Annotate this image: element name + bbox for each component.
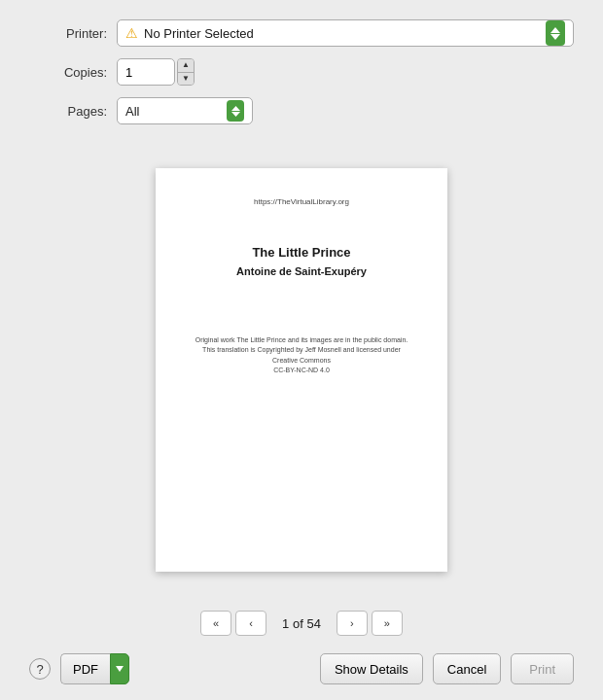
- copies-down-button[interactable]: ▼: [178, 73, 194, 86]
- pages-row: Pages: All: [29, 97, 574, 124]
- help-button[interactable]: ?: [29, 658, 51, 680]
- copyright-line3: CC-BY-NC-ND 4.0: [273, 367, 330, 373]
- cancel-button[interactable]: Cancel: [433, 653, 501, 684]
- next-page-button[interactable]: ›: [337, 611, 368, 636]
- printer-select-content: ⚠ No Printer Selected: [125, 25, 546, 41]
- first-page-button[interactable]: «: [200, 611, 231, 636]
- copies-up-button[interactable]: ▲: [178, 59, 194, 72]
- copies-label: Copies:: [29, 65, 107, 80]
- prev-page-button[interactable]: ‹: [235, 611, 266, 636]
- svg-marker-4: [116, 666, 124, 672]
- preview-author: Antoine de Saint-Exupéry: [236, 265, 367, 277]
- preview-title: The Little Prince: [252, 245, 350, 260]
- bottom-left: ? PDF: [29, 653, 129, 684]
- chevron-up-icon: [550, 27, 560, 33]
- pdf-chevron-down-icon: [116, 666, 124, 672]
- preview-copyright: Original work The Little Prince and its …: [195, 335, 408, 376]
- pages-chevron-up-icon: [231, 106, 240, 111]
- pdf-button-group: PDF: [60, 653, 129, 684]
- printer-row: Printer: ⚠ No Printer Selected: [29, 19, 574, 47]
- preview-url: https://TheVirtualLibrary.org: [254, 197, 349, 206]
- pages-label: Pages:: [29, 104, 107, 119]
- last-page-button[interactable]: »: [372, 611, 403, 636]
- svg-marker-1: [550, 34, 560, 40]
- preview-container: https://TheVirtualLibrary.org The Little…: [29, 136, 574, 611]
- pages-select[interactable]: All: [117, 97, 253, 124]
- printer-name: No Printer Selected: [144, 26, 254, 41]
- copyright-line2: This translation is Copyrighted by Jeff …: [202, 346, 401, 364]
- show-details-button[interactable]: Show Details: [320, 653, 423, 684]
- pages-value: All: [125, 104, 139, 119]
- printer-spinner[interactable]: [546, 20, 565, 46]
- printer-select[interactable]: ⚠ No Printer Selected: [117, 19, 574, 47]
- page-preview: https://TheVirtualLibrary.org The Little…: [156, 168, 447, 572]
- warning-icon: ⚠: [125, 25, 138, 41]
- svg-marker-0: [550, 27, 560, 33]
- printer-label: Printer:: [29, 26, 107, 41]
- copies-row: Copies: ▲ ▼: [29, 58, 574, 86]
- bottom-bar: ? PDF Show Details Cancel Print: [29, 649, 574, 684]
- copyright-line1: Original work The Little Prince and its …: [195, 336, 408, 343]
- page-indicator: 1 of 54: [270, 616, 333, 631]
- copies-input[interactable]: [117, 58, 175, 86]
- svg-marker-2: [231, 106, 240, 111]
- pdf-main-button[interactable]: PDF: [60, 653, 110, 684]
- pagination: « ‹ 1 of 54 › »: [29, 611, 574, 636]
- pages-spinner[interactable]: [227, 100, 244, 122]
- print-button[interactable]: Print: [511, 653, 574, 684]
- print-dialog: Printer: ⚠ No Printer Selected Copies: ▲…: [0, 0, 603, 700]
- pdf-arrow-button[interactable]: [110, 653, 129, 684]
- chevron-down-icon: [550, 34, 560, 40]
- pages-chevron-down-icon: [231, 112, 240, 117]
- copies-stepper[interactable]: ▲ ▼: [177, 58, 195, 86]
- svg-marker-3: [231, 112, 240, 117]
- bottom-right: Show Details Cancel Print: [320, 653, 574, 684]
